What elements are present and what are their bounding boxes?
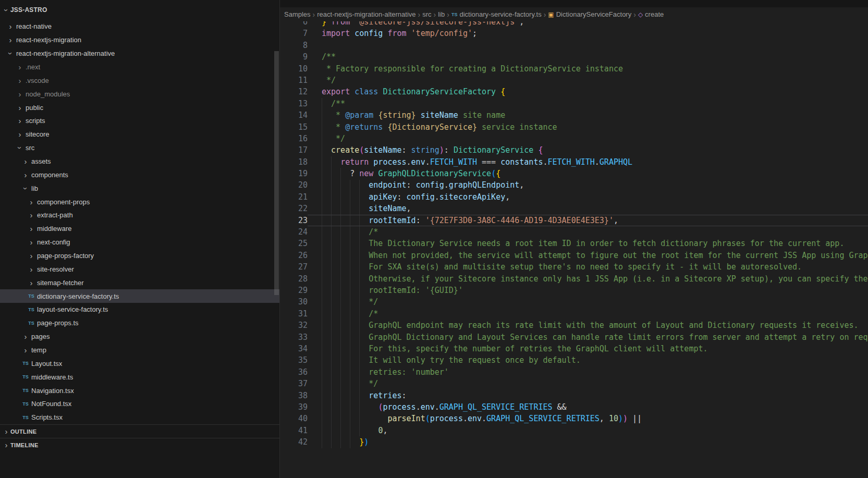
tree-item[interactable]: TSlayout-service-factory.ts xyxy=(0,303,279,316)
code-line[interactable]: 8 xyxy=(280,40,868,51)
code-line[interactable]: 18 return process.env.FETCH_WITH === con… xyxy=(280,156,868,168)
code-text[interactable]: export class DictionaryServiceFactory { xyxy=(308,86,868,97)
tree-item[interactable]: ›extract-path xyxy=(0,209,279,222)
code-text[interactable]: */ xyxy=(308,296,868,308)
code-line[interactable]: 27 For SXA site(s) and multisite setup t… xyxy=(280,261,868,273)
code-text[interactable]: * Factory responsible for creating a Dic… xyxy=(308,63,868,75)
code-line[interactable]: 29 rootItemId: '{GUID}' xyxy=(280,285,868,296)
tree-item[interactable]: ›next-config xyxy=(0,236,279,249)
code-line[interactable]: 14 * @param {string} siteName site name xyxy=(280,109,868,121)
tree-item[interactable]: ›react-nextjs-migration xyxy=(0,33,279,47)
tree-item[interactable]: TSdictionary-service-factory.ts xyxy=(0,289,279,303)
code-line[interactable]: 40 parseInt(process.env.GRAPH_QL_SERVICE… xyxy=(280,413,868,424)
code-line[interactable]: 32 GraphQL endpoint may reach its rate l… xyxy=(280,320,868,331)
code-line[interactable]: 38 retries: xyxy=(280,390,868,401)
tree-item[interactable]: TSmiddleware.ts xyxy=(0,370,279,384)
code-text[interactable]: */ xyxy=(308,75,868,86)
code-line[interactable]: 21 apiKey: config.sitecoreApiKey, xyxy=(280,191,868,203)
tree-item[interactable]: ›lib xyxy=(0,181,279,195)
code-line[interactable]: 7import config from 'temp/config'; xyxy=(280,28,868,39)
code-text[interactable]: */ xyxy=(308,378,868,389)
code-text[interactable]: ? new GraphQLDictionaryService({ xyxy=(308,168,868,179)
tree-item[interactable]: ›components xyxy=(0,168,279,181)
code-text[interactable]: When not provided, the service will atte… xyxy=(308,250,868,261)
code-line[interactable]: 13 /** xyxy=(280,98,868,109)
code-line[interactable]: 15 * @returns {DictionaryService} servic… xyxy=(280,121,868,133)
code-text[interactable] xyxy=(308,40,868,51)
code-line[interactable]: 31 /* xyxy=(280,308,868,320)
code-text[interactable]: */ xyxy=(308,133,868,144)
breadcrumb-item[interactable]: lib xyxy=(438,10,445,18)
code-text[interactable]: apiKey: config.sitecoreApiKey, xyxy=(308,191,868,203)
tree-item[interactable]: ›scripts xyxy=(0,114,279,128)
breadcrumb-item[interactable]: Samples xyxy=(284,10,311,18)
code-line[interactable]: 36 retries: 'number' xyxy=(280,366,868,378)
breadcrumb-item[interactable]: react-nextjs-migration-alternative xyxy=(317,10,415,18)
tree-item[interactable]: TSScripts.tsx xyxy=(0,411,279,424)
code-text[interactable]: create(siteName: string): DictionaryServ… xyxy=(308,144,868,156)
code-text[interactable]: The Dictionary Service needs a root item… xyxy=(308,238,868,249)
tree-item[interactable]: ›pages xyxy=(0,330,279,344)
code-text[interactable]: It will only try the request once by def… xyxy=(308,354,868,366)
tree-item[interactable]: ›public xyxy=(0,101,279,114)
code-line[interactable]: 9/** xyxy=(280,51,868,63)
code-text[interactable]: For SXA site(s) and multisite setup ther… xyxy=(308,261,868,273)
breadcrumb-item[interactable]: ◇create xyxy=(638,10,664,18)
tree-item[interactable]: TSNotFound.tsx xyxy=(0,397,279,411)
code-line[interactable]: 37 */ xyxy=(280,378,868,389)
code-text[interactable]: For this, specify the number of retries … xyxy=(308,343,868,354)
outline-section-header[interactable]: › OUTLINE xyxy=(0,424,279,438)
tree-item[interactable]: ›.next xyxy=(0,60,279,74)
breadcrumb-item[interactable]: src xyxy=(422,10,431,18)
code-text[interactable]: rootItemId: '{GUID}' xyxy=(308,285,868,296)
code-text[interactable]: return process.env.FETCH_WITH === consta… xyxy=(308,156,868,168)
breadcrumb-item[interactable]: TSdictionary-service-factory.ts xyxy=(451,10,542,18)
breadcrumb-item[interactable]: ▣DictionaryServiceFactory xyxy=(548,10,631,18)
tree-item[interactable]: ›component-props xyxy=(0,195,279,209)
code-line[interactable]: 11 */ xyxy=(280,75,868,86)
sidebar-scrollbar[interactable] xyxy=(274,51,279,295)
workspace-section-header[interactable]: › JSS-ASTRO xyxy=(0,0,279,20)
code-text[interactable]: siteName, xyxy=(308,203,868,214)
timeline-section-header[interactable]: › TIMELINE xyxy=(0,438,279,451)
tree-item[interactable]: ›temp xyxy=(0,344,279,357)
code-area[interactable]: 6} from '@sitecore-jss/sitecore-jss-next… xyxy=(280,21,868,478)
code-line[interactable]: 30 */ xyxy=(280,296,868,308)
code-text[interactable]: endpoint: config.graphQLEndpoint, xyxy=(308,179,868,191)
code-text[interactable]: rootItemId: '{72E7F3D0-3A8C-4446-AD19-4D… xyxy=(308,215,868,226)
code-text[interactable]: /* xyxy=(308,308,868,320)
code-line[interactable]: 26 When not provided, the service will a… xyxy=(280,250,868,261)
code-text[interactable]: }) xyxy=(308,436,868,448)
code-line[interactable]: 28 Otherwise, if your Sitecore instance … xyxy=(280,273,868,285)
code-line[interactable]: 35 It will only try the request once by … xyxy=(280,354,868,366)
code-text[interactable]: /** xyxy=(308,98,868,109)
code-line[interactable]: 19 ? new GraphQLDictionaryService({ xyxy=(280,168,868,179)
code-line[interactable]: 16 */ xyxy=(280,133,868,144)
code-line[interactable]: 20 endpoint: config.graphQLEndpoint, xyxy=(280,179,868,191)
code-line[interactable]: 24 /* xyxy=(280,226,868,238)
code-line[interactable]: 23 rootItemId: '{72E7F3D0-3A8C-4446-AD19… xyxy=(280,215,868,226)
tree-item[interactable]: ›src xyxy=(0,141,279,155)
tree-item[interactable]: ›assets xyxy=(0,155,279,168)
tree-item[interactable]: ›react-native xyxy=(0,20,279,33)
tree-item[interactable]: ›react-nextjs-migration-alternative xyxy=(0,47,279,60)
code-text[interactable]: retries: xyxy=(308,390,868,401)
code-line[interactable]: 42 }) xyxy=(280,436,868,448)
code-line[interactable]: 39 (process.env.GRAPH_QL_SERVICE_RETRIES… xyxy=(280,401,868,413)
tree-item[interactable]: TSLayout.tsx xyxy=(0,357,279,370)
code-text[interactable]: GraphQL endpoint may reach its rate limi… xyxy=(308,320,868,331)
code-line[interactable]: 17 create(siteName: string): DictionaryS… xyxy=(280,144,868,156)
code-text[interactable]: retries: 'number' xyxy=(308,366,868,378)
tree-item[interactable]: ›site-resolver xyxy=(0,262,279,276)
tree-item[interactable]: TSNavigation.tsx xyxy=(0,384,279,397)
code-line[interactable]: 25 The Dictionary Service needs a root i… xyxy=(280,238,868,249)
tree-item[interactable]: ›page-props-factory xyxy=(0,249,279,263)
code-text[interactable]: * @param {string} siteName site name xyxy=(308,109,868,121)
tree-item[interactable]: ›node_modules xyxy=(0,87,279,101)
code-text[interactable]: import config from 'temp/config'; xyxy=(308,28,868,39)
code-text[interactable]: /** xyxy=(308,51,868,63)
code-line[interactable]: 12export class DictionaryServiceFactory … xyxy=(280,86,868,97)
tree-item[interactable]: ›.vscode xyxy=(0,73,279,87)
code-text[interactable]: Otherwise, if your Sitecore instance onl… xyxy=(308,273,868,285)
code-text[interactable]: (process.env.GRAPH_QL_SERVICE_RETRIES && xyxy=(308,401,868,413)
